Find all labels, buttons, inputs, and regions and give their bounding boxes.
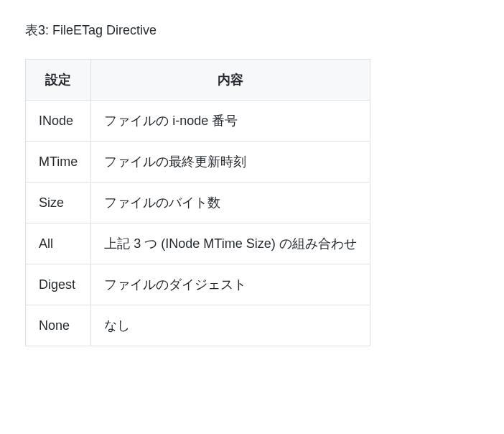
cell-description: なし (91, 305, 370, 346)
cell-description: ファイルの i-node 番号 (91, 101, 370, 142)
table-row: Size ファイルのバイト数 (26, 183, 370, 223)
table-caption: 表3: FileETag Directive (25, 22, 479, 39)
header-description: 内容 (91, 60, 370, 101)
cell-description: ファイルのバイト数 (91, 183, 370, 223)
cell-setting: All (26, 223, 91, 264)
table-header-row: 設定 内容 (26, 60, 370, 101)
table-row: None なし (26, 305, 370, 346)
table-row: INode ファイルの i-node 番号 (26, 101, 370, 142)
table-row: Digest ファイルのダイジェスト (26, 264, 370, 305)
cell-setting: Digest (26, 264, 91, 305)
cell-setting: MTime (26, 142, 91, 183)
cell-setting: None (26, 305, 91, 346)
cell-description: ファイルのダイジェスト (91, 264, 370, 305)
cell-description: 上記 3 つ (INode MTime Size) の組み合わせ (91, 223, 370, 264)
cell-setting: INode (26, 101, 91, 142)
table-row: MTime ファイルの最終更新時刻 (26, 142, 370, 183)
header-setting: 設定 (26, 60, 91, 101)
table-row: All 上記 3 つ (INode MTime Size) の組み合わせ (26, 223, 370, 264)
cell-setting: Size (26, 183, 91, 223)
fileetag-table: 設定 内容 INode ファイルの i-node 番号 MTime ファイルの最… (25, 59, 370, 346)
cell-description: ファイルの最終更新時刻 (91, 142, 370, 183)
